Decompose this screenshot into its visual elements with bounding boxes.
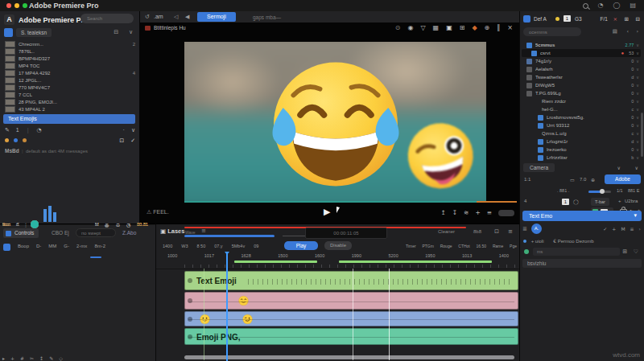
chevron-down-icon[interactable]: ∨ [636,139,639,144]
list-icon[interactable]: ≣ [522,226,527,232]
chevron-down-icon[interactable]: ∨ [131,127,135,133]
row-icon[interactable]: ≡ [630,226,634,232]
project-item[interactable]: 7876L.. [5,47,135,55]
add-icon[interactable]: ⊕ [591,177,595,183]
label-amber-dot[interactable] [23,138,27,142]
layer-row[interactable]: Urrt 93312 0 ∨ [522,121,641,129]
layer-row[interactable]: Lrosbznovsvst5g. 0 ∨ [522,113,641,121]
grid-icon[interactable]: ⊞ [622,248,627,255]
chevron-down-icon[interactable]: ∨ [636,115,639,120]
track-control-row[interactable]: 4tm d ⋮ M ◉ ⊙ ◔ 00.01 [0,224,155,225]
mute-icon[interactable]: ◁ [174,14,178,20]
layer-row[interactable]: lrezoerko 0 ∨ [522,146,641,154]
row-icon[interactable]: M [621,226,625,232]
chevron-down-icon[interactable]: ∨ [636,43,639,47]
monitor-header-icon[interactable]: ◆ [472,24,477,31]
tab-cbo[interactable]: CBO Ej [52,230,69,236]
label-orange-dot[interactable] [5,138,9,142]
toolbar-token[interactable]: Boop [18,244,29,251]
monitor-header-icon[interactable]: ▦ [433,24,440,31]
tool-icon[interactable]: + [10,355,14,361]
mixer-link[interactable]: Z.Abo [122,230,136,236]
clip-video-1[interactable] [184,311,518,326]
chevron-down-icon[interactable]: ∨ [636,91,639,96]
toolbar-token[interactable]: MM [48,244,56,251]
layer-row[interactable]: Tsweatherlsr d ∨ [522,73,641,81]
minimize-window-button[interactable] [14,3,19,8]
layer-row[interactable]: T.PG.699Lg 0 ∨ [522,89,641,97]
toolbar-icon[interactable] [3,244,10,251]
record-icon[interactable]: ◯ [613,2,620,9]
chevron-down-icon[interactable]: ∨ [635,165,638,170]
project-item[interactable]: 12 JPGL... [5,76,135,84]
chevron-down-icon[interactable]: ∨ [636,155,639,160]
clip-video-2[interactable] [184,292,518,310]
monitor-header-icon[interactable]: × [507,24,513,31]
tab-sequence-inactive[interactable]: gaps mba— [253,13,281,22]
playhead[interactable] [226,252,228,361]
monitor-header-icon[interactable]: ⊕ [485,24,490,31]
monitor-header-icon[interactable]: ◉ [407,24,413,31]
label-blue-dot[interactable] [14,138,18,142]
disable-button[interactable]: Disable [324,241,352,250]
transport-icon[interactable]: + [475,209,480,216]
toolbar-token[interactable]: G- [64,244,69,251]
effects-search-input[interactable] [523,27,581,36]
project-item[interactable]: 770 MP4V4C7 [5,84,135,91]
heart-icon[interactable]: ♡ [634,248,638,255]
monitor-zoom-scrollbar[interactable] [184,201,517,203]
copy-icon[interactable]: ⊡ [119,137,124,144]
clock-icon[interactable]: ◔ [36,127,41,133]
zoom-window-button[interactable] [23,3,27,8]
vertical-scrollbar[interactable] [641,113,643,157]
chevron-down-icon[interactable]: ∨ [636,67,639,72]
drag-handle-icon[interactable]: ⋮ [23,222,28,228]
monitor-header-icon[interactable]: ⊙ [395,24,401,31]
layer-row[interactable]: Lrlogzst1r d ∨ [522,137,641,146]
row-icon[interactable]: ✓ [603,226,607,232]
tool-icon[interactable]: # [20,355,24,361]
project-item[interactable]: 43 MP4AL 2 [5,105,135,113]
chevron-left-icon[interactable]: ‹ [626,28,629,35]
bin-icon[interactable] [4,28,13,37]
panel-split-icon[interactable]: ⊟ [636,16,640,23]
layout-icon[interactable]: ▤ [630,2,636,9]
layer-row[interactable]: DIWgW5 0 ∨ [522,81,641,89]
playback-resolution-pill[interactable] [498,210,514,216]
project-item[interactable]: 17 MP4A 4292 4 [5,69,135,76]
tbar-dropdown[interactable]: T-bar [591,198,609,206]
monitor-header-icon[interactable]: ▣ [446,24,452,31]
tab-sequence-active[interactable]: Sermoji [197,12,236,22]
opacity-slider[interactable] [588,191,611,193]
sync-clock-icon[interactable]: ◔ [126,222,130,228]
layer-row[interactable]: Qzms.L.u/g c ∨ [522,129,641,137]
account-icon[interactable]: ◔ [598,2,604,9]
layer-row[interactable]: 74g1r/y 0 ∨ [522,57,641,65]
close-window-button[interactable] [6,3,11,8]
chevron-down-icon[interactable]: ∨ [617,165,621,170]
bottom-field[interactable]: bsvizhiu [522,259,642,268]
text-emoji-bar[interactable]: Text Emo ▾ [522,211,642,221]
row-icon[interactable]: › [639,226,641,232]
workspace-selector[interactable]: S. tealeksn [16,28,52,37]
toolbar-token[interactable]: D- [36,244,41,251]
tool-icon[interactable]: ◇ [59,355,63,361]
toggle-pill[interactable]: 1 [562,199,569,205]
layer-row[interactable]: csrvt ● 53 ∨ [522,49,641,57]
timeline-tab[interactable]: ▣ Lases [160,228,184,235]
search-icon[interactable] [583,3,588,9]
transport-icon[interactable]: ↥ [441,209,446,216]
transport-icon[interactable]: ≋ [464,209,469,216]
horizontal-scrollbar[interactable] [184,355,514,359]
snap-icon[interactable]: ⊡ [494,228,499,235]
layer-row[interactable]: Riem zzdcr 0 ∨ [522,97,641,105]
toolbar-token[interactable]: 2-mx [76,244,87,251]
add-icon[interactable]: + [618,199,621,203]
chevron-down-icon[interactable]: ∨ [636,51,639,55]
chevron-down-icon[interactable]: ∨ [129,29,133,35]
monitor-header-icon[interactable]: ▽ [420,24,425,31]
selected-project-item[interactable]: Text Emojis [3,114,135,124]
row-icon[interactable]: + [612,226,616,232]
settings-menu-icon[interactable]: ≡ [508,228,513,235]
play-button[interactable]: ▶ [324,207,330,217]
